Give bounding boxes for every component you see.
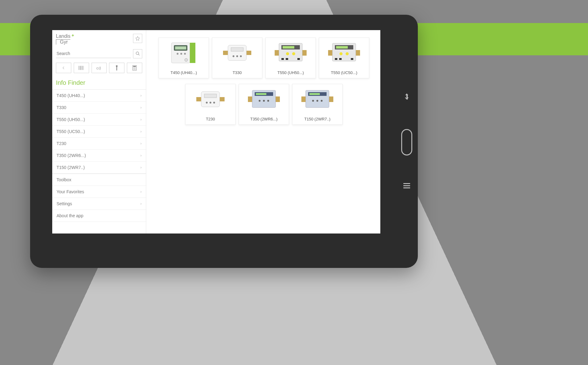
back-button[interactable] [56,63,71,73]
svg-rect-57 [351,58,353,60]
footer-nav-item[interactable]: Your Favorites› [52,186,146,198]
svg-point-22 [135,69,136,69]
svg-rect-0 [403,183,410,184]
nav-item-label: Settings [57,201,72,206]
product-nav-item[interactable]: T450 (UH40...)› [52,90,146,102]
tablet-home-button[interactable] [401,129,412,155]
svg-point-36 [236,55,238,57]
svg-rect-8 [82,66,82,70]
chevron-right-icon: › [140,141,142,146]
calculator-button[interactable] [127,63,142,73]
footer-nav-item[interactable]: Settings› [52,198,146,210]
svg-rect-32 [246,51,251,55]
nav-item-label: Toolbox [57,177,71,182]
product-image [266,38,316,68]
svg-rect-59 [219,97,225,101]
nfc-icon [96,66,102,70]
svg-point-21 [134,69,135,69]
barcode-icon [78,66,84,70]
svg-rect-12 [116,65,118,66]
favorite-button[interactable] [133,34,142,43]
product-card[interactable]: T230 [185,84,236,125]
chevron-left-icon [62,66,65,70]
product-label: T550 (UH50...) [276,68,306,78]
tablet-back-button[interactable] [404,93,410,101]
search-input[interactable] [56,49,131,58]
svg-rect-58 [196,97,202,101]
svg-point-64 [213,102,215,104]
nav-item-label: T330 [57,105,66,110]
product-grid: T450 (UH40...)T330T550 (UH50...)T550 (UC… [146,30,380,234]
svg-point-19 [135,68,136,69]
flashlight-icon [115,65,118,71]
svg-point-44 [292,52,295,55]
flashlight-button[interactable] [109,63,124,73]
svg-point-62 [206,102,208,104]
product-nav-item[interactable]: T150 (2WR7..)› [52,162,146,174]
search-button[interactable] [133,49,142,58]
svg-point-29 [184,53,186,55]
section-title: Info Finder [52,77,146,89]
svg-rect-24 [190,43,195,63]
svg-point-18 [134,68,135,69]
app-screen: Landis Gyr + [52,30,380,234]
svg-point-43 [286,52,289,55]
svg-point-3 [136,52,139,55]
tablet-frame: Landis Gyr + [30,15,418,268]
nav-item-label: T350 (2WR6...) [57,153,86,158]
search-icon [135,51,140,56]
svg-rect-55 [335,58,337,60]
nav-item-label: T450 (UH40...) [57,93,85,98]
tablet-menu-button[interactable] [403,183,410,190]
sidebar: Landis Gyr + [52,30,146,234]
product-card[interactable]: T450 (UH40...) [159,37,209,78]
product-nav-item[interactable]: T350 (2WR6...)› [52,150,146,162]
product-image [292,84,342,114]
nav-item-label: T150 (2WR7..) [57,165,85,170]
svg-rect-14 [116,67,117,70]
svg-rect-26 [175,46,186,49]
product-card[interactable]: T330 [212,37,262,78]
svg-point-11 [97,67,99,69]
brand-logo: Landis Gyr + [56,34,70,45]
svg-rect-42 [283,46,294,49]
footer-nav-item[interactable]: About the app [52,210,146,222]
product-image [212,38,262,68]
svg-point-30 [185,58,188,61]
product-nav-item[interactable]: T550 (UH50...)› [52,114,146,126]
svg-point-28 [180,53,182,55]
product-image [239,84,289,114]
svg-rect-69 [256,93,266,95]
product-label: T230 [204,114,217,124]
product-card[interactable]: T550 (UH50...) [265,37,316,78]
chevron-right-icon: › [140,129,142,134]
svg-point-78 [312,100,314,102]
product-nav-item[interactable]: T230› [52,138,146,150]
barcode-button[interactable] [74,63,89,73]
svg-rect-34 [231,48,243,51]
svg-rect-10 [83,66,84,70]
svg-line-4 [138,54,139,55]
chevron-right-icon: › [140,93,142,98]
svg-point-79 [316,100,318,102]
footer-nav-item[interactable]: Toolbox [52,174,146,186]
svg-point-20 [134,69,134,69]
svg-rect-7 [80,66,81,70]
svg-rect-16 [133,66,136,67]
svg-point-37 [240,55,242,57]
product-image [159,38,209,68]
product-image [186,84,235,114]
product-nav-item[interactable]: T330› [52,102,146,114]
product-card[interactable]: T150 (2WR7..) [292,84,343,125]
svg-point-72 [267,100,269,102]
brand-plus-icon: + [72,33,74,38]
svg-rect-2 [403,187,410,188]
product-card[interactable]: T550 (UC50...) [319,37,369,78]
product-nav-item[interactable]: T550 (UC50...)› [52,126,146,138]
svg-point-71 [263,100,265,102]
product-card[interactable]: T350 (2WR6...) [239,84,289,125]
svg-rect-1 [403,185,410,186]
product-label: T150 (2WR7..) [302,114,332,124]
svg-rect-9 [82,66,83,70]
nfc-button[interactable] [92,63,107,73]
